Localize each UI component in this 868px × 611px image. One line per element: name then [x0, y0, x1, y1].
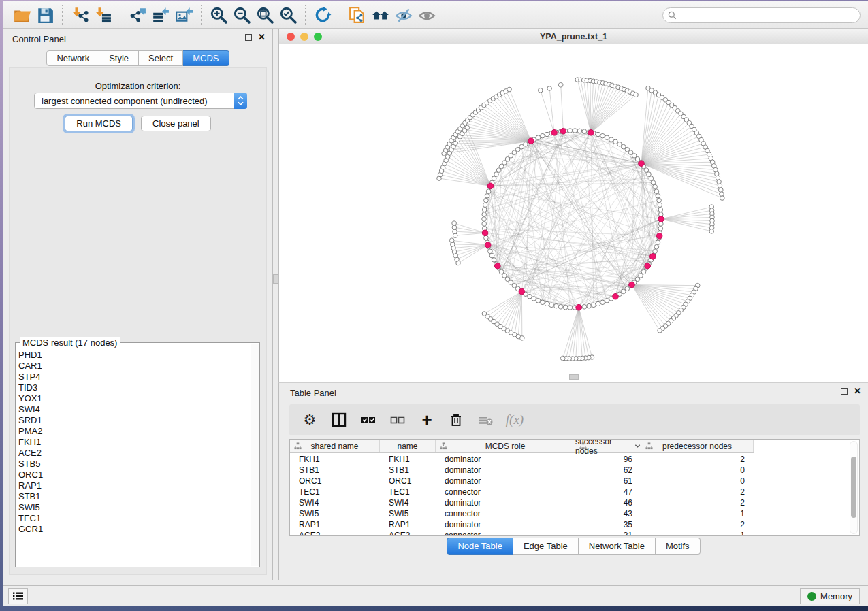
- list-item[interactable]: PMA2: [18, 426, 250, 437]
- float-panel-icon[interactable]: [245, 34, 252, 41]
- list-item[interactable]: ORC1: [18, 469, 250, 480]
- search-field[interactable]: [662, 7, 861, 23]
- tab-node-table[interactable]: Node Table: [447, 538, 513, 555]
- mcds-result-title: MCDS result (17 nodes): [20, 337, 120, 348]
- import-network-icon: [71, 6, 89, 24]
- first-neighbors-button[interactable]: [369, 4, 392, 26]
- list-item[interactable]: RAP1: [18, 480, 250, 491]
- table-cell: 47: [575, 487, 641, 497]
- function-builder-icon[interactable]: f(x): [506, 411, 524, 429]
- table-cell: 2: [641, 487, 754, 497]
- table-cell: 62: [575, 465, 641, 475]
- close-table-panel-icon[interactable]: ✕: [854, 388, 861, 395]
- tab-network-table[interactable]: Network Table: [579, 538, 656, 555]
- table-row[interactable]: TEC1TEC1connector472: [290, 486, 859, 497]
- table-cell: TEC1: [290, 487, 380, 497]
- table-cell: FKH1: [380, 455, 436, 464]
- list-item[interactable]: CAR1: [18, 361, 250, 371]
- list-item[interactable]: ACE2: [18, 448, 250, 459]
- list-item[interactable]: PHD1: [18, 350, 250, 361]
- memory-button[interactable]: Memory: [800, 588, 860, 604]
- table-row[interactable]: STB1STB1dominator620: [290, 465, 859, 476]
- delete-column-icon[interactable]: [447, 411, 465, 429]
- table-row[interactable]: ACE2ACE2connector311: [290, 530, 859, 536]
- zoom-selected-icon: [279, 6, 297, 24]
- zoom-in-icon: [210, 6, 227, 24]
- table-cell: 46: [575, 498, 641, 508]
- tab-network[interactable]: Network: [46, 50, 99, 66]
- list-item[interactable]: SRD1: [18, 415, 250, 426]
- network-canvas[interactable]: [279, 44, 868, 382]
- table-row[interactable]: FKH1FKH1dominator962: [290, 454, 859, 465]
- open-file-button[interactable]: [10, 4, 33, 26]
- columns-icon[interactable]: [330, 411, 348, 429]
- table-scrollbar[interactable]: [850, 441, 858, 534]
- list-item[interactable]: TID3: [18, 382, 250, 393]
- list-item[interactable]: STB1: [18, 491, 250, 502]
- table-row[interactable]: SWI4SWI4dominator462: [290, 497, 859, 508]
- add-column-icon[interactable]: +: [418, 411, 436, 429]
- save-session-button[interactable]: [33, 4, 57, 26]
- hide-selected-button[interactable]: [392, 4, 415, 26]
- clone-network-icon: [349, 6, 366, 24]
- table-row[interactable]: RAP1RAP1dominator352: [290, 519, 859, 530]
- column-header-MCDS-role[interactable]: MCDS role: [436, 440, 575, 452]
- export-network-button[interactable]: [126, 4, 149, 26]
- table-cell: RAP1: [290, 520, 380, 529]
- network-graph[interactable]: [279, 44, 868, 382]
- list-item[interactable]: STP4: [18, 371, 250, 382]
- column-header-name[interactable]: name: [380, 440, 436, 452]
- list-item[interactable]: GCR1: [18, 524, 250, 535]
- list-item[interactable]: YOX1: [18, 393, 250, 404]
- tab-edge-table[interactable]: Edge Table: [513, 538, 579, 555]
- table-scrollbar-thumb[interactable]: [851, 457, 856, 518]
- zoom-fit-button[interactable]: [253, 4, 276, 26]
- table-row[interactable]: SWI5SWI5connector431: [290, 508, 859, 519]
- tab-motifs[interactable]: Motifs: [656, 538, 701, 555]
- run-mcds-button[interactable]: Run MCDS: [65, 116, 133, 131]
- clone-network-button[interactable]: [346, 4, 369, 26]
- mcds-result-list[interactable]: PHD1CAR1STP4TID3YOX1SWI4SRD1PMA2FKH1ACE2…: [18, 350, 250, 565]
- refresh-button[interactable]: [311, 4, 334, 26]
- tab-style[interactable]: Style: [99, 50, 139, 66]
- list-item[interactable]: STB5: [18, 459, 250, 469]
- float-table-panel-icon[interactable]: [841, 388, 848, 395]
- horizontal-splitter-handle[interactable]: [569, 374, 579, 380]
- table-cell: ORC1: [380, 476, 436, 486]
- deselect-all-icon[interactable]: [389, 411, 406, 429]
- close-panel-icon[interactable]: ✕: [258, 34, 266, 41]
- zoom-in-button[interactable]: [207, 4, 230, 26]
- network-window-titlebar[interactable]: YPA_prune.txt_1: [279, 29, 868, 44]
- show-all-button[interactable]: [415, 4, 438, 26]
- zoom-out-button[interactable]: [230, 4, 253, 26]
- delete-table-icon[interactable]: [477, 411, 494, 429]
- list-item[interactable]: SWI4: [18, 404, 250, 415]
- table-cell: SWI5: [380, 509, 436, 518]
- column-header-successor-nodes[interactable]: successor nodes: [575, 440, 641, 452]
- import-table-button[interactable]: [91, 4, 114, 26]
- export-image-button[interactable]: [172, 4, 195, 26]
- list-item[interactable]: SWI5: [18, 502, 250, 513]
- list-item[interactable]: TEC1: [18, 513, 250, 524]
- status-bar: Memory: [3, 585, 868, 606]
- tab-select[interactable]: Select: [139, 50, 183, 66]
- table-cell: ACE2: [290, 531, 380, 536]
- zoom-selected-button[interactable]: [276, 4, 300, 26]
- tab-mcds[interactable]: MCDS: [183, 50, 229, 66]
- column-header-shared-name[interactable]: shared name: [290, 440, 380, 452]
- gear-icon[interactable]: ⚙: [301, 411, 319, 429]
- select-all-icon[interactable]: [359, 411, 377, 429]
- list-item[interactable]: FKH1: [18, 437, 250, 448]
- column-header-predecessor-nodes[interactable]: predecessor nodes: [641, 440, 754, 452]
- dropdown-stepper-icon: [234, 93, 247, 109]
- search-icon: [668, 11, 677, 20]
- optimization-criterion-dropdown[interactable]: largest connected component (undirected): [34, 93, 247, 109]
- close-panel-button[interactable]: Close panel: [141, 116, 211, 131]
- import-network-button[interactable]: [68, 4, 91, 26]
- table-cell: SWI4: [380, 498, 436, 508]
- table-row[interactable]: ORC1ORC1dominator610: [290, 476, 859, 486]
- export-table-button[interactable]: [149, 4, 172, 26]
- result-scrollbar[interactable]: [251, 344, 259, 566]
- task-history-button[interactable]: [8, 588, 28, 604]
- search-input[interactable]: [679, 11, 850, 20]
